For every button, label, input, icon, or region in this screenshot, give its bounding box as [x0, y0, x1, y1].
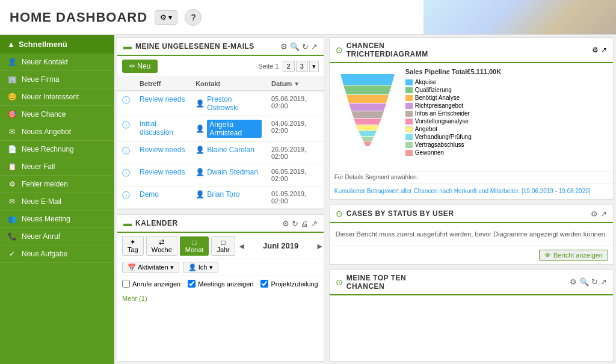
sidebar-item-neues-meeting[interactable]: 👥 Neues Meeting	[0, 211, 114, 228]
cal-next-button[interactable]: ►	[316, 241, 324, 251]
cal-external-icon[interactable]: ↗	[311, 219, 318, 228]
phone-icon: 📞	[7, 232, 17, 241]
email-toolbar: ✏ Neu Seite 1 2 3 ▾	[117, 56, 324, 77]
email-contact[interactable]: 👤Dwain Stedman	[196, 168, 262, 176]
check-anrufe[interactable]: Anrufe anzeigen	[122, 280, 180, 288]
email-subject[interactable]: Initial discussion	[140, 120, 173, 137]
meetings-checkbox[interactable]	[188, 280, 196, 288]
info-icon: ⓘ	[122, 168, 130, 177]
chances-refresh-icon[interactable]: ↻	[591, 277, 598, 286]
svg-marker-2	[346, 95, 389, 103]
bug-icon: ⚙	[7, 180, 17, 188]
cal-print-icon[interactable]: 🖨	[301, 219, 309, 228]
cases-settings-icon[interactable]: ⚙	[591, 209, 598, 218]
email-panel-title: MEINE UNGELESENEN E-MAILS	[135, 42, 254, 51]
anrufe-checkbox[interactable]	[122, 280, 130, 288]
projektzuteilung-checkbox[interactable]	[260, 280, 268, 288]
email-table: Betreff Kontakt Datum ▼	[117, 77, 324, 209]
tab-woche[interactable]: ⇄ Woche	[146, 236, 177, 256]
email-contact[interactable]: 👤Brian Toro	[196, 190, 262, 199]
invoice-icon: 📄	[7, 145, 17, 153]
tab-tag[interactable]: ✦ Tag	[122, 236, 144, 256]
tab-jahr[interactable]: □ Jahr	[211, 236, 235, 256]
svg-marker-0	[340, 74, 395, 85]
filter-aktivitaeten-button[interactable]: 📅 Aktivitäten ▾	[122, 262, 179, 273]
company-icon: 🏢	[7, 75, 17, 84]
legend-item: Akquise	[405, 79, 608, 85]
page-2-button[interactable]: 3	[296, 61, 308, 72]
funnel-chart	[334, 68, 401, 164]
email-search-icon[interactable]: 🔍	[290, 42, 300, 51]
top-chances-panel: ⊙ MEINE TOP TENCHANCEN ⚙ 🔍 ↻ ↗	[329, 270, 614, 362]
funnel-note: Für Details Segment anwählen.	[330, 171, 613, 183]
sidebar-item-label: Neues Meeting	[22, 215, 70, 223]
sidebar-item-label: Neuer Anruf	[22, 232, 60, 241]
email-panel-icon: ▬	[123, 42, 132, 51]
tab-monat[interactable]: □ Monat	[180, 236, 209, 256]
cases-panel-title: CASES BY STATUS BY USER	[346, 209, 454, 218]
legend-item: Vorstellungsanalyse	[405, 118, 608, 125]
settings-button[interactable]: ⚙ ▾	[155, 10, 177, 25]
legend-item: Qualifizierung	[405, 87, 608, 93]
page-dropdown-button[interactable]: ▾	[309, 61, 319, 72]
sidebar-item-neue-chance[interactable]: 🎯 Neue Chance	[0, 106, 114, 123]
sidebar-item-fehler-melden[interactable]: ⚙ Fehler melden	[0, 176, 114, 193]
page-label: Seite 1	[258, 63, 279, 70]
funnel-panel-header: ⊙ CHANCENTRICHTERDIAGRAMM ⚙ ↗	[330, 38, 613, 63]
email-external-icon[interactable]: ↗	[311, 42, 318, 51]
cal-settings-icon[interactable]: ⚙	[282, 219, 289, 228]
sidebar-item-neue-rechnung[interactable]: 📄 Neue Rechnung	[0, 141, 114, 158]
cal-prev-button[interactable]: ◄	[238, 241, 246, 251]
sidebar-item-neuer-anruf[interactable]: 📞 Neuer Anruf	[0, 228, 114, 245]
page-1-button[interactable]: 2	[283, 61, 295, 72]
funnel-svg-area	[334, 68, 401, 166]
email-date: 04.06.2019, 02:00	[266, 116, 324, 142]
filter-ich-button[interactable]: 👤 Ich ▾	[183, 262, 218, 273]
email-date: 05.06.2019, 02:00	[266, 91, 324, 116]
contact-icon: 👤	[196, 190, 205, 199]
funnel-panel: ⊙ CHANCENTRICHTERDIAGRAMM ⚙ ↗	[329, 37, 614, 200]
email-subject[interactable]: Review needs	[140, 168, 185, 176]
email-subject[interactable]: Demo	[140, 190, 159, 199]
new-email-button[interactable]: ✏ Neu	[122, 60, 158, 73]
sidebar-item-neue-aufgabe[interactable]: ✓ Neue Aufgabe	[0, 245, 114, 263]
check-projektzuteilung[interactable]: Projektzuteilung	[260, 280, 318, 288]
email-date: 26.05.2019, 02:00	[266, 142, 324, 164]
email-refresh-icon[interactable]: ↻	[302, 42, 309, 51]
top-chances-header: ⊙ MEINE TOP TENCHANCEN ⚙ 🔍 ↻ ↗	[330, 270, 613, 295]
funnel-content: Sales Pipeline Total€5.111,00K Akquise Q…	[330, 63, 613, 171]
sidebar-item-neues-angebot[interactable]: ✉ Neues Angebot	[0, 123, 114, 141]
case-icon: 📋	[7, 162, 17, 171]
cases-external-icon[interactable]: ↗	[600, 209, 607, 218]
sidebar-item-neuer-kontakt[interactable]: 👤 Neuer Kontakt	[0, 54, 114, 71]
legend-item: Verhandlung/Prüfung	[405, 134, 608, 140]
sidebar-item-neuer-interessent[interactable]: 😊 Neuer Interessent	[0, 88, 114, 106]
email-subject[interactable]: Review needs	[140, 95, 185, 103]
funnel-external-icon[interactable]: ↗	[601, 46, 607, 54]
task-icon: ✓	[7, 250, 17, 258]
sidebar-item-neue-email[interactable]: ✉ Neue E-Mail	[0, 193, 114, 211]
cases-report-button[interactable]: 👁 Bericht anzeigen	[539, 250, 608, 261]
email-settings-icon[interactable]: ⚙	[280, 42, 288, 51]
email-contact-highlight[interactable]: 👤Angelia Armistead	[196, 120, 262, 138]
email-contact[interactable]: 👤Preston Ostrowski	[196, 95, 262, 112]
cal-refresh-icon[interactable]: ↻	[292, 219, 298, 228]
top-chances-title: MEINE TOP TENCHANCEN	[346, 274, 406, 291]
funnel-settings-icon[interactable]: ⚙	[592, 46, 599, 54]
table-row: ⓘ Review needs 👤Dwain Stedman 06.05.2019…	[117, 164, 324, 187]
check-meetings[interactable]: Meetings anzeigen	[188, 280, 253, 288]
eye-icon: 👁	[544, 251, 551, 259]
help-button[interactable]: ?	[185, 9, 202, 26]
chances-settings-icon[interactable]: ⚙	[570, 277, 577, 286]
table-row: ⓘ Initial discussion 👤Angelia Armistead …	[117, 116, 324, 142]
sidebar-item-neue-firma[interactable]: 🏢 Neue Firma	[0, 71, 114, 88]
chances-search-icon[interactable]: 🔍	[579, 277, 589, 286]
sidebar-item-neuer-fall[interactable]: 📋 Neuer Fall	[0, 158, 114, 176]
sidebar: ▲ Schnellmenü 👤 Neuer Kontakt 🏢 Neue Fir…	[0, 35, 114, 364]
email-subject[interactable]: Review needs	[140, 146, 185, 154]
chances-external-icon[interactable]: ↗	[600, 277, 607, 286]
sidebar-header-label: Schnellmenü	[19, 40, 67, 49]
email-contact[interactable]: 👤Blaine Carolan	[196, 146, 262, 154]
more-button[interactable]: Mehr (1)	[122, 295, 147, 302]
legend-color-vertragsabschluss	[405, 142, 413, 148]
